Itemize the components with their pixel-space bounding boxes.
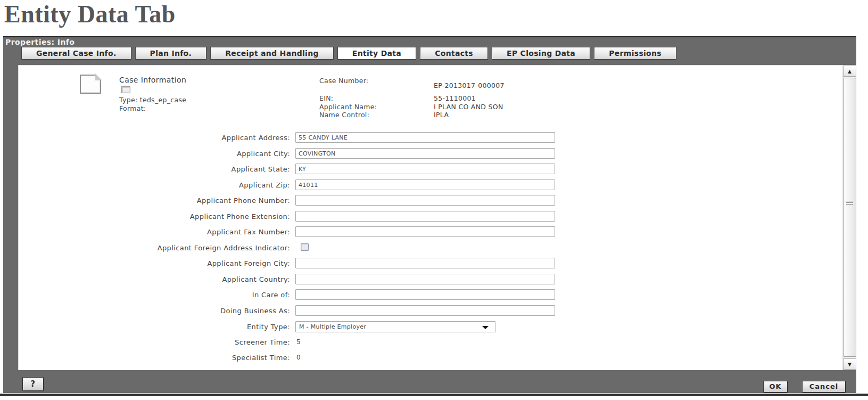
- case-format-line: Format:: [119, 104, 146, 112]
- applicant-fax-number-input[interactable]: [295, 226, 555, 237]
- scrollbar-grip: [846, 201, 853, 206]
- chevron-down-icon: [482, 326, 489, 329]
- specialist-time-value: 0: [296, 354, 301, 361]
- form-row-clipped: Reviewer Time:: [18, 368, 577, 370]
- object-badge-icon: [121, 86, 130, 93]
- scroll-down-button[interactable]: ▼: [843, 358, 856, 370]
- tab-permissions[interactable]: Permissions: [594, 47, 676, 60]
- form-row-entity-type: Entity Type: M - Multiple Employer: [18, 321, 577, 333]
- applicant-country-label: Applicant Country:: [18, 275, 290, 283]
- name-control-value: IPLA: [434, 111, 449, 119]
- entity-data-panel: Case Information Type: teds_ep_case Form…: [18, 65, 856, 370]
- clipped-next-field-label: Reviewer Time:: [18, 370, 290, 370]
- form-row-specialist-time: Specialist Time: 0: [18, 352, 577, 364]
- applicant-phone-extension-label: Applicant Phone Extension:: [18, 213, 290, 221]
- tab-bar: General Case Info. Plan Info. Receipt an…: [21, 47, 677, 60]
- properties-window: Properties: Info General Case Info. Plan…: [3, 36, 856, 393]
- case-number-label: Case Number:: [319, 77, 368, 85]
- form-row-applicant-address: Applicant Address:: [18, 132, 577, 144]
- name-control-label: Name Control:: [319, 111, 369, 119]
- form-row-screener-time: Screener Time: 5: [18, 337, 577, 348]
- form-row-doing-business-as: Doing Business As:: [18, 305, 577, 317]
- applicant-fax-number-label: Applicant Fax Number:: [18, 228, 290, 236]
- applicant-foreign-address-indicator-checkbox[interactable]: [301, 243, 309, 251]
- vertical-scrollbar[interactable]: ▲ ▼: [842, 65, 856, 370]
- specialist-time-label: Specialist Time:: [18, 354, 290, 362]
- entity-type-select[interactable]: M - Multiple Employer: [295, 321, 495, 332]
- ein-value: 55-1110001: [434, 94, 476, 102]
- tab-ep-closing-data[interactable]: EP Closing Data: [492, 47, 590, 60]
- applicant-name-label: Applicant Name:: [319, 103, 377, 111]
- in-care-of-input[interactable]: [295, 289, 555, 300]
- tab-general-case-info[interactable]: General Case Info.: [21, 47, 131, 60]
- form-row-foreign-city: Applicant Foreign City:: [18, 258, 577, 270]
- window-title: Properties: Info: [5, 38, 75, 46]
- applicant-zip-input[interactable]: [295, 179, 555, 190]
- document-icon: [80, 75, 101, 94]
- form-row-applicant-zip: Applicant Zip:: [18, 179, 577, 191]
- form-row-foreign-address-indicator: Applicant Foreign Address Indicator:: [18, 242, 577, 254]
- help-button[interactable]: ?: [22, 377, 44, 391]
- screener-time-label: Screener Time:: [18, 338, 290, 346]
- case-type-line: Type: teds_ep_case: [119, 96, 186, 104]
- tab-contacts[interactable]: Contacts: [420, 47, 488, 60]
- ok-button[interactable]: OK: [763, 381, 788, 393]
- doing-business-as-input[interactable]: [295, 305, 555, 316]
- applicant-foreign-address-indicator-label: Applicant Foreign Address Indicator:: [18, 244, 290, 252]
- form-row-applicant-country: Applicant Country:: [18, 274, 577, 285]
- applicant-address-label: Applicant Address:: [18, 134, 290, 142]
- ein-label: EIN:: [319, 94, 333, 102]
- applicant-state-label: Applicant State:: [18, 165, 290, 173]
- page-bottom-divider: [0, 394, 868, 396]
- cancel-button[interactable]: Cancel: [802, 381, 846, 393]
- tab-receipt-and-handling[interactable]: Receipt and Handling: [210, 47, 334, 60]
- applicant-city-input[interactable]: [295, 148, 555, 159]
- tab-entity-data[interactable]: Entity Data: [337, 47, 416, 60]
- applicant-phone-number-input[interactable]: [295, 195, 555, 206]
- form-row-applicant-fax: Applicant Fax Number:: [18, 226, 577, 238]
- form-row-applicant-city: Applicant City:: [18, 148, 577, 160]
- applicant-name-value: I PLAN CO AND SON: [434, 103, 503, 111]
- applicant-foreign-city-input[interactable]: [295, 258, 555, 268]
- in-care-of-label: In Care of:: [18, 291, 290, 299]
- entity-type-selected-value: M - Multiple Employer: [299, 323, 366, 330]
- form-row-applicant-phone-ext: Applicant Phone Extension:: [18, 211, 577, 223]
- page-title: Entity Data Tab: [4, 0, 176, 28]
- entity-type-label: Entity Type:: [18, 323, 290, 331]
- form-row-in-care-of: In Care of:: [18, 289, 577, 301]
- applicant-phone-number-label: Applicant Phone Number:: [18, 197, 290, 205]
- scrollbar-thumb[interactable]: [843, 78, 856, 357]
- screener-time-value: 5: [296, 338, 301, 346]
- form-row-applicant-state: Applicant State:: [18, 164, 577, 175]
- case-number-value: EP-2013017-000007: [434, 81, 505, 89]
- applicant-zip-label: Applicant Zip:: [18, 181, 290, 189]
- doing-business-as-label: Doing Business As:: [18, 307, 290, 315]
- tab-plan-info[interactable]: Plan Info.: [135, 47, 207, 60]
- applicant-address-input[interactable]: [295, 132, 555, 143]
- applicant-city-label: Applicant City:: [18, 150, 290, 158]
- form-row-applicant-phone: Applicant Phone Number:: [18, 195, 577, 207]
- scroll-up-button[interactable]: ▲: [843, 66, 856, 77]
- applicant-phone-extension-input[interactable]: [295, 211, 555, 222]
- case-information-title: Case Information: [119, 76, 186, 84]
- applicant-state-input[interactable]: [295, 164, 555, 174]
- applicant-foreign-city-label: Applicant Foreign City:: [18, 259, 290, 267]
- applicant-country-input[interactable]: [295, 274, 555, 284]
